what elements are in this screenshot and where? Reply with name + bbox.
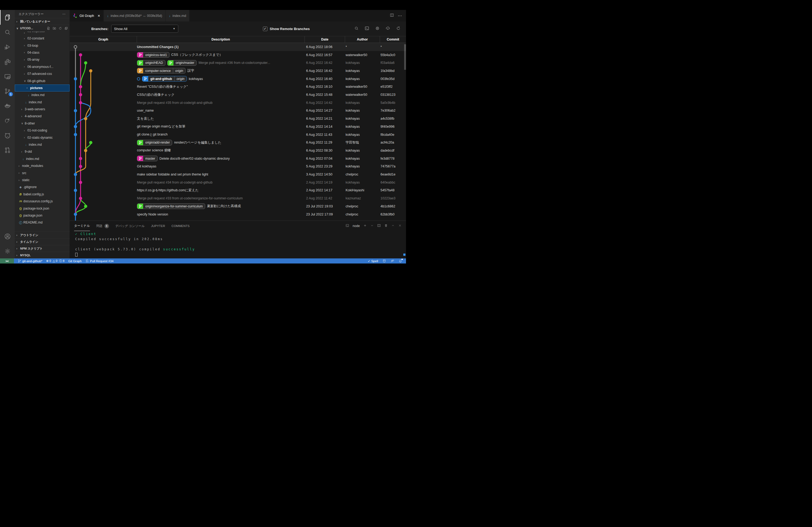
tree-folder-04-class[interactable]: ›04-class — [15, 49, 70, 56]
tree-file--gitignore[interactable]: ◆.gitignore — [15, 183, 70, 191]
tree-file-index-md[interactable]: ↓index.md — [15, 155, 70, 162]
tree-folder-05-array[interactable]: ›05-array — [15, 56, 70, 63]
activity-search-icon[interactable] — [0, 25, 15, 40]
commit-row-003fe35d[interactable]: git-and-githuboriginkokhayas 6 Aug 2022 … — [70, 75, 406, 83]
panel-tab-タ-ミナル[interactable]: ターミナル — [74, 221, 90, 231]
branch-chip-origin-reorganize-for-summer-curriculum[interactable]: origin/reorganize-for-summer-curriculum — [137, 204, 205, 209]
commit-row-03138123[interactable]: CSSの節の画像チェック 6 Aug 2022 15:48 waterwalke… — [70, 91, 406, 99]
tree-file-package-lock-json[interactable]: {}package-lock.json — [15, 205, 70, 212]
activity-run-debug-icon[interactable] — [0, 40, 15, 54]
branch-chip-origin-add-render[interactable]: origin/add-render — [137, 140, 172, 146]
commit-row-dadebcdf[interactable]: computer science 俯瞰 6 Aug 2022 08:30 kok… — [70, 147, 406, 154]
split-terminal-icon[interactable] — [377, 224, 381, 228]
tree-folder-01-inspector[interactable]: ›01-inspector — [15, 31, 70, 35]
tree-folder-07-advanced-css[interactable]: ›07-advanced-css — [15, 70, 70, 77]
commit-row-9f40e996[interactable]: git merge origin mainなどを加筆 6 Aug 2022 14… — [70, 123, 406, 131]
tree-file-readme-md[interactable]: iREADME.md — [15, 219, 70, 226]
status-bell-icon[interactable] — [398, 259, 402, 263]
remote-indicator[interactable]: >< — [0, 258, 14, 264]
activity-account-icon[interactable] — [0, 229, 15, 244]
status-git-and-github-[interactable]: git-and-github* — [18, 259, 42, 263]
commit-row-7475677a[interactable]: Git kokhayas 5 Aug 2022 23:29 kokhayas 7… — [70, 163, 406, 171]
panel-tab-JUPYTER[interactable]: JUPYTER — [151, 221, 165, 231]
status-pull-request-#34[interactable]: Pull Request #34 — [85, 259, 114, 263]
commit-row-*[interactable]: Uncommitted Changes (1) 6 Aug 2022 18:06… — [70, 43, 406, 51]
terminal-dropdown-icon[interactable] — [370, 224, 374, 228]
activity-docker-icon[interactable] — [0, 99, 15, 113]
commit-row-1fa348bd[interactable]: computer-scienceorigin誤字 6 Aug 2022 16:4… — [70, 67, 406, 75]
tree-folder-3-web-servers[interactable]: ›3-web-servers — [15, 106, 70, 113]
tree-folder-01-not-coding[interactable]: ›01-not-coding — [15, 127, 70, 134]
commit-row-6eae8d1e[interactable]: make sidebar foldable and set prism them… — [70, 170, 406, 178]
branch-chip-master[interactable]: master — [137, 156, 158, 161]
branch-chip-origin-HEAD[interactable]: origin/HEAD — [137, 60, 165, 66]
status-feedback-icon[interactable] — [390, 259, 394, 263]
tab-index-md-003fe35d-003fe35d-[interactable]: ↓index.md (003fe35d^ ↔ 003fe35d) — [104, 10, 166, 21]
activity-extensions-icon[interactable] — [0, 54, 15, 69]
tree-file-index-md[interactable]: ↓index.md — [15, 99, 70, 106]
open-editors-section[interactable]: › 開いているエディター — [15, 18, 70, 25]
tree-folder-node-modules[interactable]: ›node_modules — [15, 162, 70, 169]
maximize-panel-icon[interactable] — [391, 224, 395, 228]
tree-folder-static[interactable]: ›static — [15, 177, 70, 183]
tree-folder-src[interactable]: ›src — [15, 169, 70, 176]
tree-folder-08-git-github[interactable]: ∨08-git-github — [15, 77, 70, 84]
commit-row-e51f3ff2[interactable]: Revert "CSSの節の画像チェック" 6 Aug 2022 16:10 w… — [70, 83, 406, 91]
status-0-0-8[interactable]: ⊗ 0 △ 0 ⓘ 8 — [46, 259, 64, 263]
tree-folder-8-other[interactable]: ∨8-other — [15, 120, 70, 127]
activity-redo-arrow-icon[interactable] — [0, 113, 15, 128]
toolbar-refresh-icon[interactable] — [396, 26, 401, 31]
tree-folder-02-constant[interactable]: ›02-constant — [15, 35, 70, 42]
commit-row-55b4a3c0[interactable]: origin/css-test1CSS（フレックスボックスまで） 6 Aug 2… — [70, 51, 406, 59]
activity-remote-explorer-icon[interactable] — [0, 69, 15, 84]
sidebar-section--[interactable]: ›アウトライン — [15, 231, 70, 238]
branches-dropdown[interactable]: Show All ▼ — [111, 25, 178, 33]
sidebar-section-mysql[interactable]: ›MYSQL — [15, 252, 70, 258]
status-git-graph[interactable]: Git Graph — [68, 259, 82, 263]
activity-pull-request-icon[interactable] — [0, 143, 15, 157]
tree-folder-03-loop[interactable]: ›03-loop — [15, 42, 70, 49]
tree-folder-4-advanced[interactable]: ›4-advanced — [15, 113, 70, 120]
editor-more-icon[interactable]: ⋯ — [398, 13, 402, 18]
tree-folder-02-static-dynamic[interactable]: ›02-static-dynamic — [15, 134, 70, 141]
tree-file-index-md[interactable]: ↓index.md — [15, 141, 70, 148]
toolbar-terminal-icon[interactable] — [365, 26, 369, 31]
branch-chip-origin-master[interactable]: origin/master — [167, 60, 197, 66]
commit-row-640eabbc[interactable]: Merge pull request #34 from ut-code/git-… — [70, 178, 406, 186]
tree-file-docusaurus-config-js[interactable]: JSdocusaurus.config.js — [15, 198, 70, 205]
toolbar-cloud-download-icon[interactable] — [386, 26, 390, 31]
split-editor-icon[interactable] — [390, 13, 394, 18]
tab-index-md[interactable]: ↓index.md — [166, 10, 190, 21]
sidebar-section--[interactable]: ›タイムライン — [15, 238, 70, 245]
branch-chip-origin-css-test1[interactable]: origin/css-test1 — [137, 52, 170, 58]
tree-folder-9-old[interactable]: ›9-old — [15, 148, 70, 155]
tree-file-index-md[interactable]: ↓index.md — [15, 91, 70, 99]
branch-chip-git-and-github[interactable]: git-and-githuborigin — [142, 76, 187, 81]
commit-row-10223ae3[interactable]: Merge pull request #33 from ut-code/reor… — [70, 194, 406, 202]
tab-git-graph[interactable]: Git Graph✕ — [70, 10, 104, 21]
commit-row-fe3d8778[interactable]: masterDelete docs/8-other/02-static-dyna… — [70, 154, 406, 163]
panel-tab-COMMENTS[interactable]: COMMENTS — [172, 221, 190, 231]
commit-row-4b1c6862[interactable]: origin/reorganize-for-summer-curriculum夏… — [70, 202, 406, 210]
commit-row-a4c538fb[interactable]: 文を直した 6 Aug 2022 14:21 kokhayas a4c538fb — [70, 115, 406, 123]
explorer-more-icon[interactable]: ⋯ — [62, 12, 66, 16]
panel-tab-デバッグ-コンソ-ル[interactable]: デバッグ コンソール — [115, 221, 145, 231]
commit-row-f03a4da6[interactable]: origin/HEADorigin/masterMerge pull reque… — [70, 59, 406, 67]
commit-row-f8cda40e[interactable]: git cloneとgit branch 6 Aug 2022 11:43 ko… — [70, 131, 406, 139]
tree-file-babel-config-js[interactable]: Bbabel.config.js — [15, 191, 70, 198]
toolbar-search-icon[interactable] — [354, 26, 359, 31]
status-spell-checker[interactable]: ✓ Spell — [368, 259, 378, 263]
activity-files-icon[interactable] — [0, 10, 15, 25]
commit-row-5457fa48[interactable]: https://.co.jpをhttps://github.comに変えた 2 … — [70, 186, 406, 195]
tree-folder-pictures[interactable]: ›pictures — [15, 85, 70, 91]
sidebar-section-npm-[interactable]: ›NPM スクリプト — [15, 245, 70, 252]
activity-settings-gear-icon[interactable] — [0, 244, 15, 258]
terminal-shell-label[interactable]: node — [352, 224, 360, 228]
tree-file-package-json[interactable]: {}package.json — [15, 212, 70, 219]
terminal-output[interactable]: ✓ Client Compiled successfully in 202.08… — [70, 231, 406, 258]
show-remote-branches-checkbox[interactable]: ✓ — [263, 27, 267, 31]
commit-row-7e306ab2[interactable]: user_name 6 Aug 2022 14:27 kokhayas 7e30… — [70, 107, 406, 115]
commit-row-5a0c9b4b[interactable]: Merge pull request #35 from ut-code/git-… — [70, 99, 406, 107]
tree-folder-06-anonymous-f-[interactable]: ›06-anonymous-f... — [15, 63, 70, 70]
activity-source-control-icon[interactable]: 1 — [0, 84, 15, 99]
